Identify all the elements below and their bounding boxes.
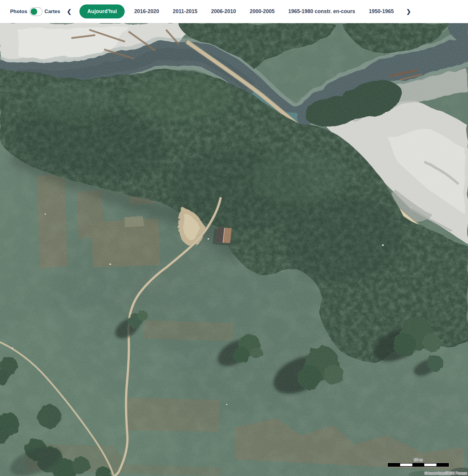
period-button-2016-2020[interactable]: 2016-2020 [134, 8, 159, 15]
toggle-knob-icon [31, 8, 37, 15]
period-button-2011-2015[interactable]: 2011-2015 [173, 8, 198, 15]
aerial-photo-graphic [0, 23, 468, 476]
period-button-1950-1965[interactable]: 1950-1965 [369, 8, 394, 15]
timeline-toolbar: Photos Cartes ❮ Aujourd'hui 2016-2020 20… [0, 0, 468, 23]
period-button-aujourdhui[interactable]: Aujourd'hui [79, 4, 125, 18]
photos-cartes-toggle[interactable] [29, 7, 43, 16]
remonter-le-temps-app: Photos Cartes ❮ Aujourd'hui 2016-2020 20… [0, 0, 468, 476]
timeline-next-button[interactable]: ❯ [406, 9, 411, 14]
period-button-2006-2010[interactable]: 2006-2010 [211, 8, 236, 15]
period-list: 2016-2020 2011-2015 2006-2010 2000-2005 … [134, 8, 394, 15]
timeline-prev-button[interactable]: ❮ [67, 9, 72, 14]
layer-toggle-group: Photos Cartes [10, 7, 60, 16]
map-attribution: Géoservices©IGN France [425, 471, 467, 475]
photos-label[interactable]: Photos [10, 9, 27, 15]
aerial-map-canvas[interactable]: 50 m Géoservices©IGN France [0, 23, 468, 476]
period-button-1965-1980[interactable]: 1965-1980 constr. en-cours [288, 8, 355, 15]
period-button-2000-2005[interactable]: 2000-2005 [250, 8, 275, 15]
cartes-label[interactable]: Cartes [45, 9, 60, 15]
